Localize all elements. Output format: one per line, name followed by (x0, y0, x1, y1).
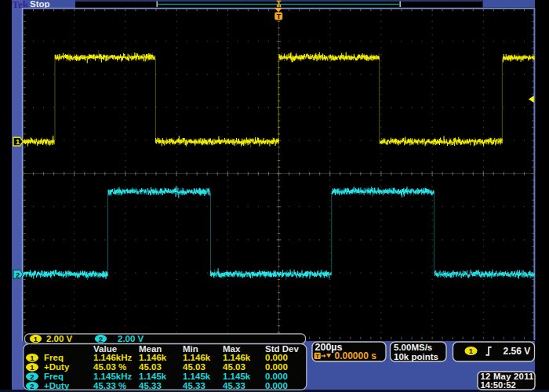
svg-text:Stop: Stop (30, 0, 50, 9)
svg-text:1: 1 (469, 347, 474, 355)
svg-text:45.33: 45.33 (223, 381, 245, 390)
svg-text:2.00 V: 2.00 V (118, 334, 144, 343)
svg-text:2: 2 (16, 270, 20, 279)
svg-text:0.00000 s: 0.00000 s (335, 350, 377, 361)
svg-text:1.145k: 1.145k (183, 372, 211, 381)
svg-text:1.145kHz: 1.145kHz (93, 372, 132, 381)
svg-text:Mean: Mean (139, 344, 162, 354)
svg-text:1: 1 (34, 335, 38, 343)
svg-text:2: 2 (30, 382, 34, 390)
svg-text:10k points: 10k points (394, 352, 438, 361)
svg-text:1.146k: 1.146k (223, 353, 251, 362)
svg-text:0.000: 0.000 (265, 353, 288, 362)
svg-text:45.03: 45.03 (183, 362, 205, 372)
svg-text:2: 2 (99, 335, 103, 343)
svg-text:1.146kHz: 1.146kHz (93, 353, 132, 362)
svg-text:14:50:52: 14:50:52 (481, 380, 516, 390)
svg-text:Value: Value (93, 344, 117, 354)
svg-text:5.00MS/s: 5.00MS/s (394, 343, 432, 352)
svg-text:1.146k: 1.146k (139, 353, 167, 362)
svg-text:1: 1 (30, 354, 35, 362)
svg-text:Min: Min (183, 344, 198, 354)
svg-text:45.33 %: 45.33 % (93, 381, 126, 390)
svg-text:1.145k: 1.145k (139, 372, 167, 381)
svg-text:Std Dev: Std Dev (265, 344, 299, 354)
svg-text:45.03 %: 45.03 % (93, 362, 126, 372)
svg-text:0.000: 0.000 (265, 381, 288, 390)
svg-text:Freq: Freq (44, 372, 64, 381)
svg-text:+Duty: +Duty (44, 362, 70, 372)
svg-text:Freq: Freq (44, 353, 64, 362)
svg-text:2.00 V: 2.00 V (46, 334, 73, 343)
svg-text:1.146k: 1.146k (183, 353, 211, 362)
svg-text:0.000: 0.000 (265, 362, 288, 372)
svg-text:1: 1 (30, 363, 35, 372)
svg-text:45.33: 45.33 (139, 381, 162, 390)
svg-text:45.33: 45.33 (183, 381, 205, 390)
svg-text:1.145k: 1.145k (223, 372, 251, 381)
svg-text:1: 1 (16, 137, 20, 146)
svg-text:Max: Max (223, 344, 241, 354)
svg-text:2: 2 (30, 372, 34, 381)
svg-text:45.03: 45.03 (139, 362, 162, 372)
svg-text:+Duty: +Duty (44, 381, 70, 390)
svg-text:0.000: 0.000 (265, 372, 288, 381)
svg-text:T: T (315, 353, 319, 360)
svg-text:45.03: 45.03 (223, 362, 245, 372)
svg-text:2.56 V: 2.56 V (504, 346, 531, 357)
svg-text:T: T (276, 12, 281, 20)
